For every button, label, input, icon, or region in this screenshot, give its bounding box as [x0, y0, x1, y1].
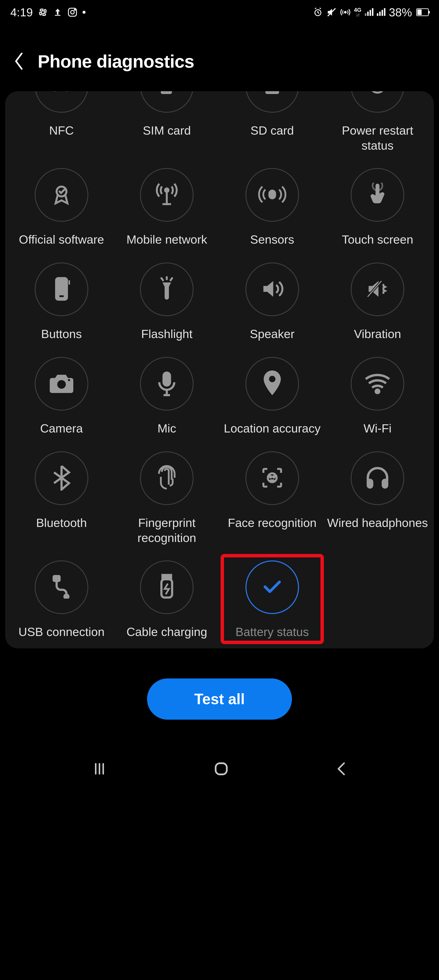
signal-2-icon [377, 9, 385, 16]
tile-label: Touch screen [342, 232, 413, 247]
svg-rect-10 [55, 277, 68, 301]
android-nav-bar [0, 752, 439, 793]
signal-1-icon [365, 9, 373, 16]
tile-label: SD card [250, 123, 294, 138]
battery-pct: 38% [389, 6, 412, 19]
headphones-icon [365, 466, 390, 490]
svg-point-1 [71, 11, 74, 14]
status-bar: 4:19 [0, 0, 439, 21]
tile-bluetooth[interactable]: Bluetooth [9, 451, 114, 546]
tile-label: Battery status [236, 624, 309, 640]
tile-label: Cable charging [127, 624, 207, 640]
tile-cable-charging[interactable]: Cable charging [114, 560, 220, 640]
tile-speaker[interactable]: Speaker [220, 262, 325, 342]
recents-button[interactable] [91, 761, 108, 777]
status-right: 4G↓↑ 38% [313, 6, 429, 19]
speaker-icon [259, 277, 285, 302]
tile-label: Buttons [41, 326, 82, 342]
tile-label: Official software [19, 232, 104, 247]
header: Phone diagnostics [0, 21, 439, 91]
tile-fingerprint[interactable]: Fingerprint recognition [114, 451, 220, 546]
flashlight-icon [156, 276, 178, 302]
tile-label: Speaker [250, 326, 295, 342]
svg-rect-12 [59, 295, 63, 297]
usb-charge-icon [157, 574, 176, 601]
svg-point-2 [74, 9, 76, 10]
tile-official-software[interactable]: Official software [9, 168, 114, 247]
back-nav-button[interactable] [334, 761, 348, 778]
svg-rect-24 [383, 480, 387, 487]
tile-label: Camera [40, 421, 83, 436]
svg-point-5 [344, 11, 346, 13]
svg-rect-33 [216, 763, 227, 775]
back-button[interactable] [13, 51, 25, 72]
tile-label: Mobile network [127, 232, 207, 247]
home-button[interactable] [213, 760, 230, 778]
page-title: Phone diagnostics [38, 51, 194, 72]
tile-sim-card[interactable]: SIM card [114, 91, 220, 153]
bluetooth-icon [52, 465, 71, 492]
tile-wifi[interactable]: Wi-Fi [325, 357, 430, 436]
svg-point-21 [269, 476, 271, 477]
test-all-button[interactable]: Test all [147, 678, 292, 720]
tile-label: Face recognition [228, 515, 317, 531]
restart-icon [367, 91, 388, 97]
nfc-icon [50, 91, 73, 98]
status-time: 4:19 [10, 6, 33, 19]
tile-touch-screen[interactable]: Touch screen [325, 168, 430, 247]
sim-card-icon [157, 91, 177, 97]
slack-icon [38, 7, 48, 18]
svg-rect-28 [162, 575, 166, 579]
check-icon [263, 579, 282, 595]
tile-label: Fingerprint recognition [115, 515, 219, 546]
tile-label: Wi-Fi [363, 421, 391, 436]
tile-battery-status[interactable]: Battery status [220, 560, 325, 640]
tile-label: Wired headphones [327, 515, 428, 531]
hotspot-icon [340, 7, 350, 18]
wifi-icon [363, 372, 391, 395]
tile-label: USB connection [19, 624, 105, 640]
tile-label: Mic [158, 421, 176, 436]
tile-mic[interactable]: Mic [114, 357, 220, 436]
sensors-icon [257, 183, 287, 207]
phone-buttons-icon [52, 276, 71, 302]
network-4g-icon: 4G↓↑ [354, 8, 361, 17]
tile-flashlight[interactable]: Flashlight [114, 262, 220, 342]
svg-point-16 [68, 379, 70, 381]
svg-point-19 [376, 390, 379, 393]
tile-location[interactable]: Location accuracy [220, 357, 325, 436]
badge-icon [50, 183, 73, 207]
tile-label: Bluetooth [36, 515, 87, 531]
tile-vibration[interactable]: Vibration [325, 262, 430, 342]
tile-headphones[interactable]: Wired headphones [325, 451, 430, 546]
tile-label: Location accuracy [224, 421, 320, 436]
tile-nfc[interactable]: NFC [9, 91, 114, 153]
instagram-icon [67, 7, 78, 18]
svg-point-26 [65, 595, 68, 598]
diagnostics-panel: NFC SIM card SD card Power restart statu… [5, 91, 434, 648]
tile-sensors[interactable]: Sensors [220, 168, 325, 247]
sd-card-icon [262, 91, 282, 97]
svg-rect-11 [68, 280, 70, 285]
tile-label: Power restart status [326, 123, 429, 153]
tile-sd-card[interactable]: SD card [220, 91, 325, 153]
tile-label: NFC [49, 123, 74, 138]
svg-rect-17 [162, 372, 171, 387]
fingerprint-icon [155, 465, 179, 492]
usb-cable-icon [50, 575, 73, 600]
tile-usb-connection[interactable]: USB connection [9, 560, 114, 640]
svg-rect-29 [168, 575, 171, 579]
tile-power-restart[interactable]: Power restart status [325, 91, 430, 153]
svg-point-18 [269, 376, 276, 382]
more-notifications-dot-icon [82, 11, 86, 14]
tile-face-recognition[interactable]: Face recognition [220, 451, 325, 546]
tile-camera[interactable]: Camera [9, 357, 114, 436]
svg-rect-8 [269, 191, 275, 199]
tile-label: Sensors [250, 232, 294, 247]
tile-mobile-network[interactable]: Mobile network [114, 168, 220, 247]
face-id-icon [260, 466, 284, 490]
touch-icon [366, 183, 389, 207]
svg-rect-23 [368, 480, 372, 487]
tile-buttons[interactable]: Buttons [9, 262, 114, 342]
svg-rect-25 [54, 576, 60, 581]
